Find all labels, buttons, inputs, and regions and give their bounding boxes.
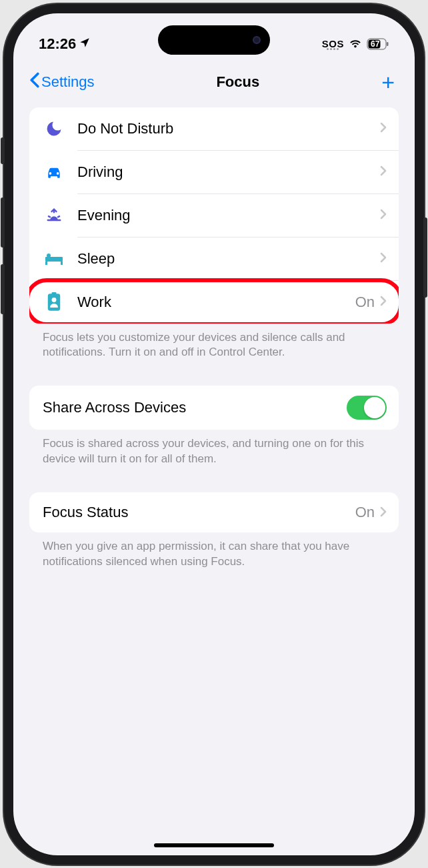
focus-mode-sleep[interactable]: Sleep xyxy=(29,238,399,280)
svg-rect-9 xyxy=(61,262,63,265)
svg-rect-8 xyxy=(45,262,47,265)
cell-dots xyxy=(327,48,339,50)
focus-status-label: Focus Status xyxy=(43,504,355,521)
chevron-right-icon xyxy=(380,121,387,136)
dynamic-island xyxy=(158,25,270,55)
chevron-right-icon xyxy=(380,294,387,310)
mode-status: On xyxy=(355,294,375,311)
svg-line-5 xyxy=(49,216,50,217)
chevron-right-icon xyxy=(380,505,387,520)
svg-rect-13 xyxy=(52,292,57,294)
phone-frame: 12:26 SOS 67 xyxy=(4,4,424,865)
battery-icon: 67 xyxy=(367,38,389,50)
power-button xyxy=(423,218,427,298)
share-devices-group: Share Across Devices xyxy=(29,386,399,430)
chevron-right-icon xyxy=(380,164,387,179)
chevron-right-icon xyxy=(380,251,387,266)
mode-label: Driving xyxy=(77,163,380,181)
chevron-right-icon xyxy=(380,207,387,223)
svg-point-10 xyxy=(47,254,51,258)
focus-mode-evening[interactable]: Evening xyxy=(29,194,399,237)
front-camera xyxy=(253,36,261,44)
silent-switch xyxy=(1,137,5,164)
focus-mode-do-not-disturb[interactable]: Do Not Disturb xyxy=(29,107,399,150)
focus-status-group: Focus Status On xyxy=(29,492,399,532)
focus-status-footer: When you give an app permission, it can … xyxy=(29,532,399,570)
focus-mode-driving[interactable]: Driving xyxy=(29,151,399,193)
plus-icon: + xyxy=(381,69,395,95)
chevron-left-icon xyxy=(29,72,40,92)
volume-up xyxy=(1,197,5,248)
focus-status-value: On xyxy=(355,504,375,521)
car-icon xyxy=(43,161,65,183)
mode-label: Do Not Disturb xyxy=(77,120,380,137)
status-time: 12:26 xyxy=(39,35,76,53)
moon-icon xyxy=(43,117,65,140)
share-footer: Focus is shared across your devices, and… xyxy=(29,430,399,467)
focus-modes-list: Do Not Disturb Driving xyxy=(29,107,399,324)
svg-point-12 xyxy=(52,298,57,302)
page-title: Focus xyxy=(216,73,259,91)
share-toggle[interactable] xyxy=(347,396,387,420)
modes-footer: Focus lets you customize your devices an… xyxy=(29,324,399,361)
toggle-knob xyxy=(364,397,385,418)
svg-rect-2 xyxy=(387,42,389,46)
mode-label: Sleep xyxy=(77,250,380,268)
wifi-icon xyxy=(348,35,363,53)
sunset-icon xyxy=(43,204,65,227)
svg-line-6 xyxy=(58,216,59,217)
mode-label: Evening xyxy=(77,207,380,224)
mode-label: Work xyxy=(77,294,355,311)
home-indicator[interactable] xyxy=(154,843,274,847)
bed-icon xyxy=(43,248,65,270)
add-button[interactable]: + xyxy=(381,69,399,95)
share-across-devices-row: Share Across Devices xyxy=(29,386,399,430)
focus-status-row[interactable]: Focus Status On xyxy=(29,492,399,532)
content: Do Not Disturb Driving xyxy=(13,107,415,570)
back-label: Settings xyxy=(41,73,95,91)
location-icon xyxy=(79,35,91,53)
status-left: 12:26 xyxy=(39,35,91,53)
status-right: SOS 67 xyxy=(322,35,389,53)
nav-bar: Settings Focus + xyxy=(13,60,415,107)
screen: 12:26 SOS 67 xyxy=(13,13,415,855)
badge-icon xyxy=(43,291,65,314)
back-button[interactable]: Settings xyxy=(29,72,95,92)
focus-mode-work[interactable]: Work On xyxy=(29,281,399,324)
volume-down xyxy=(1,264,5,314)
battery-percent: 67 xyxy=(371,39,379,49)
share-label: Share Across Devices xyxy=(43,399,347,416)
